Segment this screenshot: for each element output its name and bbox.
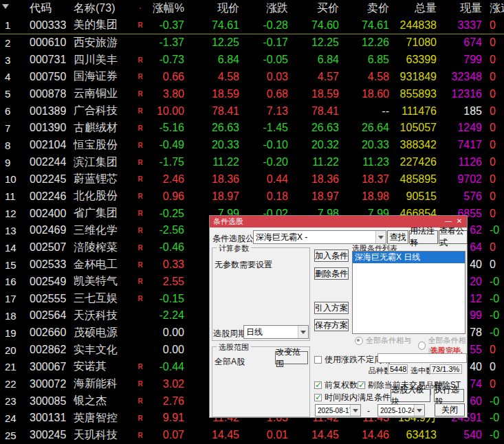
cell-code: 300085: [21, 395, 71, 408]
checkbox-time-range[interactable]: 时间段内满足条件: [314, 392, 391, 403]
add-condition-button[interactable]: 加入条件: [314, 249, 349, 262]
checkbox-icon[interactable]: [358, 381, 365, 389]
col-header-price[interactable]: 现价: [186, 1, 241, 16]
chevron-down-icon[interactable]: [375, 231, 386, 243]
cell-pct-change: -0.46: [150, 241, 186, 254]
cell-speed: 0: [483, 156, 504, 168]
cell-name: 三七互娱: [71, 291, 131, 306]
close-button[interactable]: 关闭: [435, 403, 465, 417]
condition-listbox[interactable]: 深海巨无霸X 日线: [352, 251, 465, 334]
corner-sort-icon[interactable]: [2, 4, 9, 9]
cell-change: -1.45: [241, 122, 289, 134]
col-header-margin[interactable]: ·: [131, 5, 150, 12]
col-header-ask[interactable]: 卖价: [340, 1, 391, 16]
col-header-bid[interactable]: 买价: [289, 1, 340, 16]
delete-condition-button[interactable]: 删除条件: [314, 267, 349, 280]
table-row[interactable]: 6001389广合科技R10.0078.417.1378.41--1114761…: [0, 102, 504, 120]
cell-pct-change: -1.37: [150, 36, 186, 49]
table-row[interactable]: 10002245蔚蓝锂芯R2.4618.360.4418.3618.374858…: [0, 170, 504, 188]
cell-cur-volume: 3337: [438, 19, 483, 32]
table-row[interactable]: 11002246北化股份R0.9618.970.1818.9718.989051…: [0, 188, 504, 205]
condition-list-item[interactable]: 深海巨无霸X 日线: [353, 252, 465, 263]
cell-ask: 12.26: [340, 36, 391, 49]
pick-to-board-button[interactable]: 选股入板块: [391, 389, 430, 402]
table-row[interactable]: 25300245天玑科技R0.0714.450.0114.4514.466341…: [0, 427, 504, 444]
table-row[interactable]: 7001390古麒绒材R-5.1626.63-1.4526.6326.64105…: [0, 120, 504, 137]
col-header-volume[interactable]: 总量: [391, 1, 438, 16]
cell-change: -0.28: [241, 19, 289, 32]
col-header-name[interactable]: 名称(73): [71, 1, 131, 16]
chevron-down-icon[interactable]: [414, 405, 424, 416]
cell-pct-change: 0.66: [150, 71, 186, 83]
view-formula-button[interactable]: 查看公式: [439, 230, 468, 244]
table-row[interactable]: 1000333美的集团R-0.3774.61-0.2874.6074.61244…: [0, 17, 504, 34]
cell-ask: 6.85: [340, 54, 391, 66]
table-row[interactable]: 8002104恒宝股份R-0.4920.33-0.1020.3220.33388…: [0, 137, 504, 154]
cell-name: 海新能科: [71, 377, 131, 391]
cell-price: 78.41: [186, 105, 241, 118]
margin-badge: R: [131, 175, 150, 183]
margin-badge: R: [131, 414, 150, 422]
cell-bid: 74.60: [289, 19, 340, 32]
cell-code: 002533: [21, 258, 71, 271]
cell-code: 000333: [21, 19, 71, 32]
col-header-pct-change[interactable]: 涨幅%: [150, 1, 186, 16]
col-header-speed[interactable]: 涨速: [483, 1, 504, 16]
formula-combobox[interactable]: 深海巨无霸X -: [253, 230, 386, 244]
col-header-cur-volume[interactable]: 现量: [438, 1, 483, 16]
usage-notes-button[interactable]: 用法注释: [409, 230, 438, 244]
date-from-combobox[interactable]: 2025-08-17: [315, 404, 361, 417]
margin-badge: R: [131, 192, 150, 200]
radio-and-label: 全部条件相与: [366, 335, 411, 346]
cell-speed: -0: [483, 309, 504, 322]
cell-code: 002507: [21, 241, 71, 254]
radio-icon[interactable]: [418, 342, 426, 350]
import-plan-button[interactable]: 引入方案: [314, 302, 349, 314]
period-combobox[interactable]: 日线: [243, 325, 309, 339]
table-row[interactable]: 5000878云南铜业R3.8018.590.6818.5918.6085589…: [0, 85, 504, 102]
cell-pct-change: -2.56: [150, 224, 186, 236]
row-index: 25: [0, 430, 21, 441]
row-index: 23: [0, 395, 21, 407]
chevron-down-icon[interactable]: [298, 326, 308, 338]
cell-code: 002244: [21, 156, 71, 168]
cell-code: 000610: [21, 36, 71, 49]
table-row[interactable]: 2000610西安旅游-1.3712.25-0.1712.2512.267108…: [0, 34, 504, 52]
cell-code: 002246: [21, 190, 71, 203]
checkbox-icon[interactable]: [314, 356, 322, 364]
cell-price: 26.63: [186, 122, 241, 134]
table-row[interactable]: 9002244滨江集团R-1.7511.22-0.2011.2211.23227…: [0, 154, 504, 171]
cell-pct-change: 0.07: [150, 429, 186, 441]
cell-name: 四川美丰: [71, 53, 131, 67]
radio-icon[interactable]: [355, 337, 363, 345]
cell-speed: 0: [483, 344, 504, 356]
cell-pct-change: 10.00: [150, 105, 186, 118]
cell-bid: 14.45: [289, 429, 340, 441]
cell-code: 002564: [21, 309, 71, 322]
change-range-button[interactable]: 改变范围: [275, 351, 308, 364]
save-plan-button[interactable]: 保存方案: [314, 319, 349, 331]
cell-bid: 18.97: [289, 190, 340, 203]
cell-price: 12.25: [186, 36, 241, 49]
find-button[interactable]: 查找: [387, 230, 408, 244]
checkbox-icon[interactable]: [314, 381, 322, 389]
chevron-down-icon[interactable]: [350, 405, 360, 416]
radio-all-and[interactable]: 全部条件相与: [355, 335, 411, 346]
cell-pct-change: -1.75: [150, 156, 186, 168]
cell-name: 恒宝股份: [71, 138, 131, 153]
margin-badge: R: [131, 107, 150, 115]
checkbox-icon[interactable]: [314, 394, 322, 401]
cell-name: 实丰文化: [71, 343, 131, 357]
cell-code: 001390: [21, 122, 71, 134]
floating-period-input[interactable]: [377, 353, 467, 363]
col-header-code[interactable]: 代码: [21, 1, 71, 16]
cell-bid: 12.25: [289, 36, 340, 49]
col-header-change[interactable]: 涨跌: [241, 1, 289, 16]
table-row[interactable]: 4000750国海证券R0.664.580.034.574.5893184932…: [0, 68, 504, 85]
cell-speed: -0: [483, 326, 504, 339]
table-row[interactable]: 3000731四川美丰R-0.736.84-0.056.846.85633997…: [0, 52, 504, 69]
execute-button[interactable]: 执行选股: [434, 389, 464, 402]
cell-change: 7.13: [241, 105, 289, 118]
cell-ask: 18.37: [340, 173, 391, 186]
date-to-combobox[interactable]: 2025-10-24: [377, 404, 425, 417]
